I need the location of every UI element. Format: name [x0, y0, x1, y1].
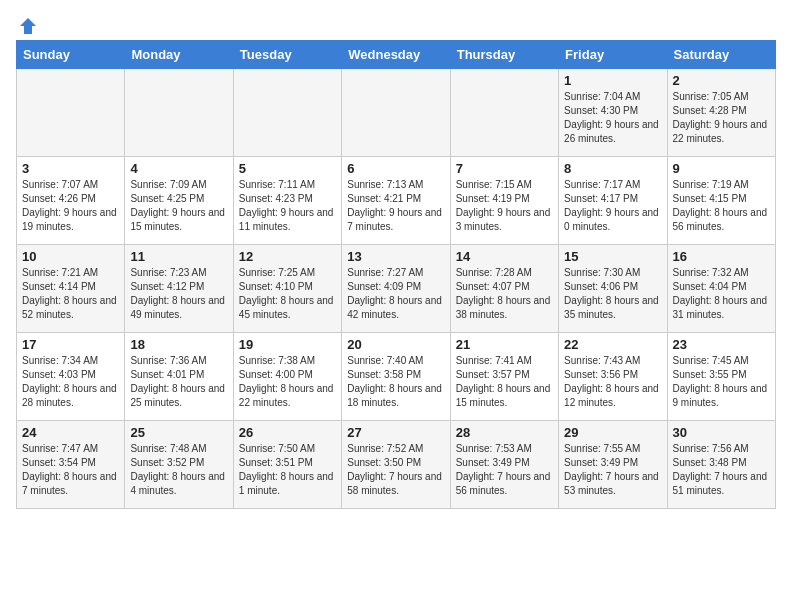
calendar-cell — [17, 69, 125, 157]
calendar-week-row: 24Sunrise: 7:47 AM Sunset: 3:54 PM Dayli… — [17, 421, 776, 509]
calendar-cell — [342, 69, 450, 157]
day-number: 9 — [673, 161, 770, 176]
calendar-cell: 16Sunrise: 7:32 AM Sunset: 4:04 PM Dayli… — [667, 245, 775, 333]
calendar-cell: 17Sunrise: 7:34 AM Sunset: 4:03 PM Dayli… — [17, 333, 125, 421]
calendar-cell: 14Sunrise: 7:28 AM Sunset: 4:07 PM Dayli… — [450, 245, 558, 333]
calendar-cell: 11Sunrise: 7:23 AM Sunset: 4:12 PM Dayli… — [125, 245, 233, 333]
calendar-cell: 22Sunrise: 7:43 AM Sunset: 3:56 PM Dayli… — [559, 333, 667, 421]
day-info: Sunrise: 7:23 AM Sunset: 4:12 PM Dayligh… — [130, 266, 227, 322]
day-info: Sunrise: 7:36 AM Sunset: 4:01 PM Dayligh… — [130, 354, 227, 410]
day-info: Sunrise: 7:15 AM Sunset: 4:19 PM Dayligh… — [456, 178, 553, 234]
day-number: 5 — [239, 161, 336, 176]
day-info: Sunrise: 7:07 AM Sunset: 4:26 PM Dayligh… — [22, 178, 119, 234]
day-info: Sunrise: 7:40 AM Sunset: 3:58 PM Dayligh… — [347, 354, 444, 410]
day-number: 30 — [673, 425, 770, 440]
day-info: Sunrise: 7:41 AM Sunset: 3:57 PM Dayligh… — [456, 354, 553, 410]
day-number: 10 — [22, 249, 119, 264]
calendar-cell: 10Sunrise: 7:21 AM Sunset: 4:14 PM Dayli… — [17, 245, 125, 333]
day-info: Sunrise: 7:28 AM Sunset: 4:07 PM Dayligh… — [456, 266, 553, 322]
day-info: Sunrise: 7:30 AM Sunset: 4:06 PM Dayligh… — [564, 266, 661, 322]
calendar-week-row: 17Sunrise: 7:34 AM Sunset: 4:03 PM Dayli… — [17, 333, 776, 421]
calendar-cell: 29Sunrise: 7:55 AM Sunset: 3:49 PM Dayli… — [559, 421, 667, 509]
day-info: Sunrise: 7:25 AM Sunset: 4:10 PM Dayligh… — [239, 266, 336, 322]
header-day-thursday: Thursday — [450, 41, 558, 69]
calendar-cell: 3Sunrise: 7:07 AM Sunset: 4:26 PM Daylig… — [17, 157, 125, 245]
calendar-cell: 26Sunrise: 7:50 AM Sunset: 3:51 PM Dayli… — [233, 421, 341, 509]
calendar-cell: 20Sunrise: 7:40 AM Sunset: 3:58 PM Dayli… — [342, 333, 450, 421]
day-info: Sunrise: 7:19 AM Sunset: 4:15 PM Dayligh… — [673, 178, 770, 234]
svg-marker-0 — [20, 18, 36, 34]
day-number: 15 — [564, 249, 661, 264]
day-info: Sunrise: 7:48 AM Sunset: 3:52 PM Dayligh… — [130, 442, 227, 498]
calendar-cell — [233, 69, 341, 157]
calendar-cell: 19Sunrise: 7:38 AM Sunset: 4:00 PM Dayli… — [233, 333, 341, 421]
day-number: 28 — [456, 425, 553, 440]
day-number: 4 — [130, 161, 227, 176]
calendar-header-row: SundayMondayTuesdayWednesdayThursdayFrid… — [17, 41, 776, 69]
calendar-cell: 12Sunrise: 7:25 AM Sunset: 4:10 PM Dayli… — [233, 245, 341, 333]
day-number: 18 — [130, 337, 227, 352]
calendar-cell: 8Sunrise: 7:17 AM Sunset: 4:17 PM Daylig… — [559, 157, 667, 245]
header-day-friday: Friday — [559, 41, 667, 69]
day-number: 7 — [456, 161, 553, 176]
calendar-cell: 6Sunrise: 7:13 AM Sunset: 4:21 PM Daylig… — [342, 157, 450, 245]
day-number: 19 — [239, 337, 336, 352]
header-day-monday: Monday — [125, 41, 233, 69]
day-number: 27 — [347, 425, 444, 440]
day-info: Sunrise: 7:21 AM Sunset: 4:14 PM Dayligh… — [22, 266, 119, 322]
calendar-cell: 28Sunrise: 7:53 AM Sunset: 3:49 PM Dayli… — [450, 421, 558, 509]
calendar-cell: 23Sunrise: 7:45 AM Sunset: 3:55 PM Dayli… — [667, 333, 775, 421]
calendar-cell: 5Sunrise: 7:11 AM Sunset: 4:23 PM Daylig… — [233, 157, 341, 245]
calendar-cell: 9Sunrise: 7:19 AM Sunset: 4:15 PM Daylig… — [667, 157, 775, 245]
calendar-cell: 27Sunrise: 7:52 AM Sunset: 3:50 PM Dayli… — [342, 421, 450, 509]
calendar-table: SundayMondayTuesdayWednesdayThursdayFrid… — [16, 40, 776, 509]
header-day-sunday: Sunday — [17, 41, 125, 69]
day-number: 23 — [673, 337, 770, 352]
day-info: Sunrise: 7:45 AM Sunset: 3:55 PM Dayligh… — [673, 354, 770, 410]
calendar-cell: 13Sunrise: 7:27 AM Sunset: 4:09 PM Dayli… — [342, 245, 450, 333]
day-info: Sunrise: 7:38 AM Sunset: 4:00 PM Dayligh… — [239, 354, 336, 410]
day-info: Sunrise: 7:09 AM Sunset: 4:25 PM Dayligh… — [130, 178, 227, 234]
day-info: Sunrise: 7:56 AM Sunset: 3:48 PM Dayligh… — [673, 442, 770, 498]
calendar-cell: 30Sunrise: 7:56 AM Sunset: 3:48 PM Dayli… — [667, 421, 775, 509]
calendar-week-row: 3Sunrise: 7:07 AM Sunset: 4:26 PM Daylig… — [17, 157, 776, 245]
day-info: Sunrise: 7:52 AM Sunset: 3:50 PM Dayligh… — [347, 442, 444, 498]
logo-icon — [18, 16, 38, 36]
day-number: 24 — [22, 425, 119, 440]
day-number: 11 — [130, 249, 227, 264]
calendar-cell — [450, 69, 558, 157]
day-info: Sunrise: 7:04 AM Sunset: 4:30 PM Dayligh… — [564, 90, 661, 146]
header-day-saturday: Saturday — [667, 41, 775, 69]
calendar-cell: 24Sunrise: 7:47 AM Sunset: 3:54 PM Dayli… — [17, 421, 125, 509]
day-number: 8 — [564, 161, 661, 176]
day-info: Sunrise: 7:27 AM Sunset: 4:09 PM Dayligh… — [347, 266, 444, 322]
day-number: 1 — [564, 73, 661, 88]
day-number: 29 — [564, 425, 661, 440]
calendar-cell: 18Sunrise: 7:36 AM Sunset: 4:01 PM Dayli… — [125, 333, 233, 421]
calendar-cell: 1Sunrise: 7:04 AM Sunset: 4:30 PM Daylig… — [559, 69, 667, 157]
day-number: 13 — [347, 249, 444, 264]
day-info: Sunrise: 7:53 AM Sunset: 3:49 PM Dayligh… — [456, 442, 553, 498]
day-number: 21 — [456, 337, 553, 352]
day-number: 26 — [239, 425, 336, 440]
day-info: Sunrise: 7:32 AM Sunset: 4:04 PM Dayligh… — [673, 266, 770, 322]
day-info: Sunrise: 7:47 AM Sunset: 3:54 PM Dayligh… — [22, 442, 119, 498]
day-info: Sunrise: 7:50 AM Sunset: 3:51 PM Dayligh… — [239, 442, 336, 498]
day-number: 6 — [347, 161, 444, 176]
calendar-cell: 7Sunrise: 7:15 AM Sunset: 4:19 PM Daylig… — [450, 157, 558, 245]
day-info: Sunrise: 7:34 AM Sunset: 4:03 PM Dayligh… — [22, 354, 119, 410]
day-info: Sunrise: 7:55 AM Sunset: 3:49 PM Dayligh… — [564, 442, 661, 498]
calendar-cell — [125, 69, 233, 157]
day-number: 25 — [130, 425, 227, 440]
header-day-wednesday: Wednesday — [342, 41, 450, 69]
calendar-cell: 15Sunrise: 7:30 AM Sunset: 4:06 PM Dayli… — [559, 245, 667, 333]
day-number: 20 — [347, 337, 444, 352]
day-info: Sunrise: 7:05 AM Sunset: 4:28 PM Dayligh… — [673, 90, 770, 146]
day-info: Sunrise: 7:13 AM Sunset: 4:21 PM Dayligh… — [347, 178, 444, 234]
header-day-tuesday: Tuesday — [233, 41, 341, 69]
day-number: 17 — [22, 337, 119, 352]
day-number: 22 — [564, 337, 661, 352]
calendar-cell: 25Sunrise: 7:48 AM Sunset: 3:52 PM Dayli… — [125, 421, 233, 509]
day-number: 16 — [673, 249, 770, 264]
header — [16, 16, 776, 32]
